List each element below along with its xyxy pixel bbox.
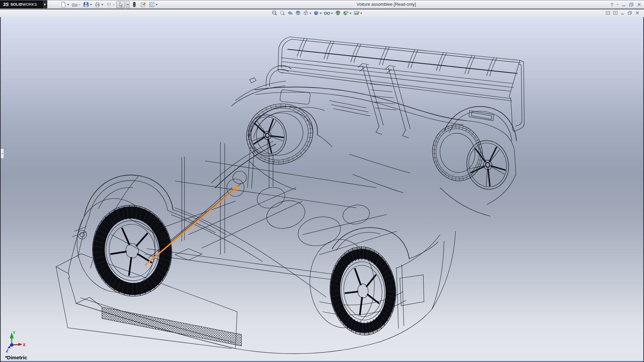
display-style-button[interactable] [313,10,322,16]
view-orientation-dropdown[interactable] [309,13,311,14]
document-window-controls [606,11,639,15]
viewport-canvas[interactable]: Y X Z [1,17,644,362]
rebuild-traffic-light-button[interactable] [130,1,138,8]
new-dropdown[interactable] [67,4,69,5]
window-controls: ? [610,0,641,8]
view-orientation-label: *Dimetric [5,355,27,360]
view-settings-dropdown[interactable] [350,13,352,14]
section-view-button[interactable] [295,10,301,16]
car-wireframe-model[interactable] [56,37,524,354]
toolbar-expand-tab[interactable] [43,0,47,8]
menu-bar [0,9,644,17]
save-button[interactable] [82,1,93,8]
help-dropdown[interactable] [616,4,619,5]
display-style-dropdown[interactable] [320,13,322,14]
view-settings-sphere-icon [343,10,349,16]
edit-properties-button[interactable] [139,1,147,8]
minimize-document-button[interactable] [621,11,625,15]
help-button[interactable]: ? [610,2,613,7]
open-folder-icon [71,1,78,8]
minimize-button[interactable] [622,2,626,7]
collapse-pane-left-button[interactable] [606,11,610,15]
undo-icon [106,1,112,8]
undo-button[interactable] [105,1,115,8]
print-dropdown[interactable] [101,4,103,5]
triad-z-label: Z [6,349,9,353]
zoom-to-fit-icon [272,10,277,16]
triad-x-label: X [23,343,25,347]
options-checklist-icon [149,1,155,8]
title-bar: 3S SOLIDWORKS [0,0,644,9]
hide-show-dropdown[interactable] [331,13,333,14]
edit-scene-picture-icon [354,10,360,16]
document-title: Voiture assomblee [Read-only] [357,2,416,7]
heads-up-view-toolbar [272,10,362,16]
ds-3s-logo-icon: 3S [3,2,9,7]
feature-pane-collapse-tab[interactable]: ◂ [1,148,4,159]
section-view-icon [295,10,301,16]
options-checklist-button[interactable] [148,1,158,8]
save-dropdown[interactable] [90,4,92,5]
new-document-button[interactable] [59,1,70,8]
zoom-to-area-button[interactable] [279,10,285,16]
traffic-light-icon [131,1,138,8]
graphics-viewport[interactable]: Y X Z ◂ *Dimetric [0,17,644,362]
eyeglasses-icon [324,10,330,16]
standard-toolbar [59,1,158,8]
close-document-button[interactable] [635,11,639,15]
edit-properties-icon [140,1,146,8]
view-orientation-button[interactable] [303,10,311,16]
hide-show-items-button[interactable] [324,10,333,16]
select-tool-button[interactable] [116,1,125,8]
restore-document-button[interactable] [628,11,632,15]
reference-triad: Y X Z [6,330,25,353]
close-button[interactable] [637,2,641,7]
options-dropdown[interactable] [156,4,158,5]
solidworks-logo: 3S SOLIDWORKS [0,0,43,8]
edit-scene-dropdown[interactable] [360,13,362,14]
zoom-to-fit-button[interactable] [272,10,277,16]
print-button[interactable] [94,1,104,8]
save-floppy-icon [83,1,89,8]
view-settings-button[interactable] [343,10,352,16]
previous-view-arrow-icon [287,10,293,16]
collapse-pane-right-button[interactable] [613,11,618,15]
view-orientation-icon [303,10,309,16]
select-tool-dropdown[interactable] [126,1,129,8]
wheels-group[interactable] [87,95,512,338]
edit-scene-button[interactable] [354,10,362,16]
triad-y-label: Y [13,330,15,335]
zoom-to-area-icon [279,10,285,16]
open-dropdown[interactable] [78,4,80,5]
previous-view-button[interactable] [287,10,293,16]
new-document-icon [60,1,66,8]
undo-dropdown[interactable] [113,4,115,5]
scene-sphere-icon [335,10,341,16]
expand-arrow-icon [44,3,46,6]
brand-name: SOLIDWORKS [10,2,37,6]
apply-scene-button[interactable] [335,10,341,16]
open-document-button[interactable] [71,1,81,8]
print-icon [94,1,101,8]
restore-button[interactable] [629,2,634,7]
select-cursor-icon [117,1,124,8]
display-style-cube-icon [313,10,319,16]
